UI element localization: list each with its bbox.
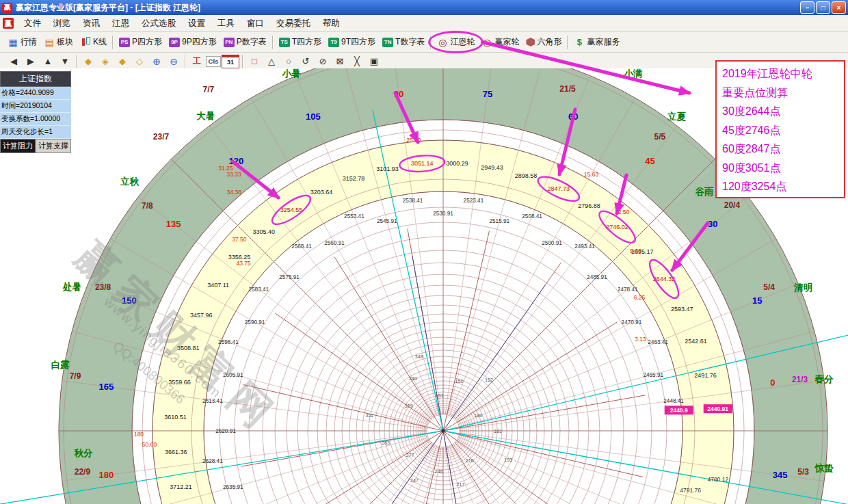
window-title: 赢家江恩专业版[赢家服务平台] - [上证指数 江恩轮] [16,2,200,14]
svg-text:151: 151 [436,393,444,399]
svg-text:2500.91: 2500.91 [542,240,562,246]
menu-item-8[interactable]: 窗口 [241,16,270,30]
minimize-button[interactable]: – [800,1,814,14]
svg-text:23/7: 23/7 [153,132,170,142]
calendar-button[interactable]: 31 [222,55,239,68]
toolbar-button-9T四方形[interactable]: T99T四方形 [325,34,379,50]
menu-item-4[interactable]: 江恩 [106,16,135,30]
svg-text:6.25: 6.25 [634,294,646,301]
toolbar-button-P数字表[interactable]: PNP数字表 [220,34,270,50]
svg-text:立夏: 立夏 [667,111,687,122]
toolbar-button-行情[interactable]: 行情 [4,34,40,50]
filter-button[interactable]: ▼ [57,55,73,68]
svg-text:惊蛰: 惊蛰 [814,463,834,473]
svg-text:4780.12: 4780.12 [707,476,728,483]
clear-button[interactable]: Cls [206,56,221,67]
svg-text:7/8: 7/8 [142,201,153,211]
svg-text:2590.91: 2590.91 [245,319,265,326]
t-letter-icon: TS [279,38,290,47]
slash-circle-tool[interactable]: ⊘ [315,55,331,68]
svg-text:2440.9: 2440.9 [670,407,688,414]
cross-tool[interactable]: ╳ [349,55,365,68]
svg-text:2583.41: 2583.41 [248,287,269,293]
diamond-gold-tool[interactable]: ◆ [80,55,96,68]
svg-text:2553.41: 2553.41 [344,213,365,220]
svg-text:2470.91: 2470.91 [622,319,642,326]
index-info-row: 周天变化步长=1 [0,126,71,139]
svg-text:319: 319 [405,403,413,409]
svg-text:2455.91: 2455.91 [643,372,663,378]
svg-text:3712.21: 3712.21 [170,483,192,490]
svg-text:33.33: 33.33 [226,171,241,178]
menu-item-2[interactable]: 浏览 [47,16,77,30]
diamond-dot-tool[interactable]: ◈ [97,55,114,68]
gann-ruler-tool[interactable]: 工 [189,55,205,68]
svg-text:春分: 春分 [814,374,834,384]
toolbar-separator [185,55,186,68]
delete-box-tool[interactable]: ⊠ [332,55,348,68]
diamond-solid-tool[interactable]: ◆ [114,55,131,68]
toolbar-button-P四方形[interactable]: PSP四方形 [116,34,165,50]
annotation-line: 30度2644点 [722,102,838,121]
toolbar-button-T数字表[interactable]: TNT数字表 [379,34,428,50]
up-button[interactable]: ▲ [40,55,56,68]
toolbar-button-T四方形[interactable]: TST四方形 [276,34,325,50]
menu-bar: 赢 文件浏览资讯江恩公式选股设置工具窗口交易委托帮助 [0,15,848,32]
svg-text:9.38: 9.38 [630,248,641,254]
menu-item-7[interactable]: 工具 [211,16,241,30]
svg-text:3203.64: 3203.64 [310,189,333,196]
svg-text:60: 60 [568,111,578,122]
toolbar-button-label: 赢家服务 [587,36,620,48]
p-letter-icon: 9P [169,38,180,47]
calc-resistance-button[interactable]: 计算阻力 [0,139,36,153]
svg-text:2568.41: 2568.41 [291,243,312,250]
next-button[interactable]: ▶ [23,55,39,68]
toolbar-button-K线[interactable]: K线 [77,34,110,50]
svg-text:5/5: 5/5 [654,132,666,142]
svg-text:23/8: 23/8 [95,282,111,292]
toolbar-button-板块[interactable]: 板块 [40,34,77,50]
toolbar-button-六角形[interactable]: 六角形 [522,34,565,50]
svg-text:181: 181 [494,428,502,434]
prev-button[interactable]: ◀ [5,55,22,68]
select-tool[interactable]: ▣ [366,55,382,68]
svg-text:3559.66: 3559.66 [168,379,191,386]
svg-text:小满: 小满 [623,68,642,79]
p-letter-icon: PS [119,38,130,47]
zoom-out-button[interactable]: ⊖ [165,55,182,68]
index-name: 上证指数 [0,71,71,87]
zoom-in-button[interactable]: ⊕ [148,55,165,68]
toolbar-button-赢家服务[interactable]: 赢家服务 [570,34,623,50]
menu-item-1[interactable]: 文件 [18,16,47,30]
calc-support-button[interactable]: 计算支撑 [36,139,71,153]
rect-tool[interactable]: □ [246,55,263,68]
close-button[interactable]: × [832,1,846,14]
circle-tool[interactable]: ○ [280,55,297,68]
svg-text:大暑: 大暑 [196,111,215,121]
t-letter-icon: T9 [328,38,339,47]
rotate-tool[interactable]: ↺ [297,55,314,68]
toolbar-button-赢家轮[interactable]: 赢家轮 [478,34,522,50]
maximize-button[interactable]: □ [816,1,830,14]
menu-item-10[interactable]: 帮助 [317,16,346,30]
svg-text:立秋: 立秋 [120,176,140,187]
svg-text:150: 150 [455,378,464,384]
svg-text:2448.41: 2448.41 [663,398,684,404]
svg-text:2478.41: 2478.41 [618,287,638,293]
toolbar-separator [272,36,274,49]
toolbar-button-江恩轮[interactable]: 江恩轮 [434,34,478,50]
svg-text:2620.91: 2620.91 [215,428,236,434]
hex-icon [526,38,535,47]
menu-item-6[interactable]: 设置 [182,16,211,30]
menu-item-5[interactable]: 公式选股 [135,16,182,30]
menu-item-9[interactable]: 交易委托 [270,16,317,30]
svg-text:180: 180 [98,470,114,480]
triangle-tool[interactable]: △ [263,55,280,68]
svg-text:5/4: 5/4 [763,282,775,292]
svg-text:3254.55: 3254.55 [280,207,303,213]
menu-item-3[interactable]: 资讯 [77,16,106,30]
diamond-outline-tool[interactable]: ◇ [131,55,148,68]
toolbar-button-9P四方形[interactable]: 9P9P四方形 [165,34,220,50]
annotation-line: 重要点位测算 [722,83,838,103]
svg-text:2440.91: 2440.91 [707,406,728,412]
